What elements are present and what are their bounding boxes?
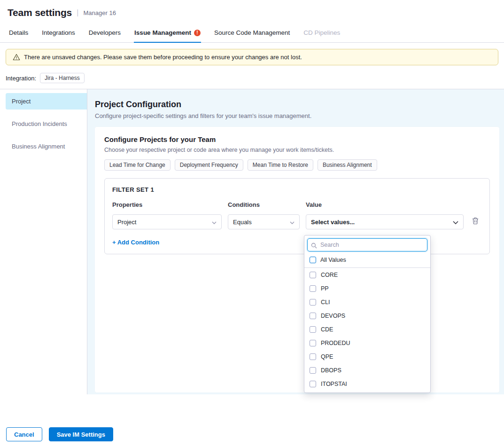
sidebar-item-business-alignment[interactable]: Business Alignment (6, 138, 87, 155)
tab-issue-management[interactable]: Issue Management ! (134, 24, 201, 42)
tab-label: Details (9, 29, 28, 36)
section-subtitle: Configure project-specific settings and … (95, 112, 499, 119)
checkbox[interactable] (310, 353, 316, 360)
save-im-settings-button[interactable]: Save IM Settings (49, 427, 113, 441)
checkbox[interactable] (310, 340, 316, 346)
unsaved-changes-banner: There are unsaved changes. Please save t… (6, 49, 498, 65)
option-cde[interactable]: CDE (304, 322, 430, 336)
option-label: DEVOPS (321, 313, 345, 319)
tab-label: Issue Management (134, 29, 191, 36)
cancel-button[interactable]: Cancel (6, 427, 42, 441)
chevron-down-icon (453, 219, 458, 226)
chevron-down-icon (212, 219, 217, 226)
option-qpe[interactable]: QPE (304, 350, 430, 363)
option-cli[interactable]: CLI (304, 295, 430, 309)
warning-icon (13, 54, 20, 61)
checkbox[interactable] (310, 313, 316, 319)
sidebar-item-project[interactable]: Project (6, 93, 87, 110)
chevron-down-icon (290, 219, 295, 226)
dropdown-search (307, 238, 427, 251)
tab-label: Developers (89, 29, 121, 36)
sidebar-item-label: Business Alignment (12, 143, 65, 150)
filter-set-1: FILTER SET 1 Properties Conditions Value… (104, 178, 490, 254)
filter-set-title: FILTER SET 1 (112, 186, 482, 193)
title-divider: | (77, 8, 78, 17)
integration-label: Integration: (6, 75, 36, 82)
option-label: CDE (321, 326, 333, 333)
dropdown-options-list: CORE PP CLI DEVOPS CDE PRODEDU QPE DBOPS… (304, 268, 430, 393)
search-input[interactable] (307, 238, 427, 251)
option-pipe[interactable]: PIPE (304, 391, 430, 393)
tag-business-alignment[interactable]: Business Alignment (318, 159, 377, 171)
team-name: Manager 16 (83, 9, 116, 16)
search-icon (311, 242, 317, 251)
configure-projects-card: Configure Projects for your Team Choose … (95, 127, 499, 392)
tab-label: Integrations (42, 29, 75, 36)
add-condition-button[interactable]: + Add Condition (112, 239, 159, 246)
option-label: DBOPS (321, 367, 341, 374)
sidebar-item-label: Project (12, 98, 31, 105)
option-pp[interactable]: PP (304, 282, 430, 295)
tab-label: CD Pipelines (303, 29, 340, 36)
properties-select[interactable]: Project (112, 214, 222, 229)
all-values-label: All Values (320, 257, 346, 263)
tab-details[interactable]: Details (8, 24, 29, 42)
filter-grid: Properties Conditions Value Project Equa… (112, 201, 482, 229)
page-title: Team settings (8, 7, 72, 18)
value-select-placeholder: Select values... (311, 219, 355, 226)
option-devops[interactable]: DEVOPS (304, 309, 430, 322)
conditions-select-value: Equals (233, 219, 252, 226)
footer-actions: Cancel Save IM Settings (0, 394, 504, 447)
trash-icon (472, 217, 479, 227)
option-prodedu[interactable]: PRODEDU (304, 336, 430, 350)
integration-row: Integration: Jira - Harness (0, 67, 504, 89)
sidebar-item-label: Production Incidents (12, 120, 67, 127)
tab-developers[interactable]: Developers (88, 24, 121, 42)
content-region: Project Production Incidents Business Al… (0, 89, 504, 394)
unsaved-changes-badge: ! (194, 30, 201, 36)
tab-cd-pipelines: CD Pipelines (303, 24, 341, 42)
card-subtitle: Choose your respective project or code a… (104, 147, 490, 153)
tag-deployment-frequency[interactable]: Deployment Frequency (175, 159, 243, 171)
conditions-select[interactable]: Equals (228, 214, 300, 229)
tab-bar: Details Integrations Developers Issue Ma… (0, 24, 504, 43)
tab-label: Source Code Management (214, 29, 290, 36)
option-label: PP (321, 285, 329, 292)
column-header-conditions: Conditions (228, 201, 300, 208)
tab-source-code-management[interactable]: Source Code Management (214, 24, 290, 42)
page-header: Team settings | Manager 16 (0, 0, 504, 24)
metric-tags: Lead Time for Change Deployment Frequenc… (104, 159, 490, 171)
option-label: CORE (321, 272, 338, 278)
settings-sidebar: Project Production Incidents Business Al… (0, 89, 87, 394)
checkbox[interactable] (310, 285, 316, 292)
column-header-value: Value (306, 201, 464, 208)
option-core[interactable]: CORE (304, 268, 430, 282)
integration-chip[interactable]: Jira - Harness (40, 73, 85, 83)
checkbox[interactable] (310, 326, 316, 333)
checkbox[interactable] (310, 272, 316, 278)
tag-mean-time-to-restore[interactable]: Mean Time to Restore (248, 159, 313, 171)
tab-integrations[interactable]: Integrations (41, 24, 76, 42)
section-title: Project Configuration (95, 100, 499, 110)
option-dbops[interactable]: DBOPS (304, 363, 430, 377)
column-header-properties: Properties (112, 201, 222, 208)
main-panel: Project Configuration Configure project-… (87, 89, 504, 394)
option-itopstai[interactable]: ITOPSTAI (304, 377, 430, 391)
option-label: PRODEDU (321, 340, 350, 346)
checkbox[interactable] (310, 299, 316, 306)
checkbox[interactable] (310, 367, 316, 374)
checkbox-all-values[interactable] (310, 257, 316, 263)
delete-condition-button[interactable] (470, 217, 481, 227)
all-values-option[interactable]: All Values (304, 254, 430, 268)
properties-select-value: Project (117, 219, 136, 226)
banner-text: There are unsaved changes. Please save t… (24, 54, 302, 61)
checkbox[interactable] (310, 381, 316, 387)
option-label: ITOPSTAI (321, 381, 347, 387)
value-dropdown: All Values CORE PP CLI DEVOPS CDE PRODED… (304, 235, 431, 393)
option-label: CLI (321, 299, 330, 306)
value-multiselect[interactable]: Select values... (306, 214, 464, 229)
team-settings-page: Team settings | Manager 16 Details Integ… (0, 0, 504, 447)
tag-lead-time-for-change[interactable]: Lead Time for Change (104, 159, 171, 171)
sidebar-item-production-incidents[interactable]: Production Incidents (6, 116, 87, 132)
card-title: Configure Projects for your Team (104, 135, 490, 143)
